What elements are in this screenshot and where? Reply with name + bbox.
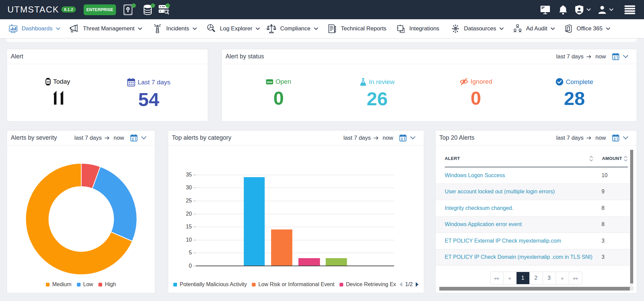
svg-text:24: 24 bbox=[47, 81, 50, 83]
svg-text:NEW: NEW bbox=[267, 81, 272, 83]
